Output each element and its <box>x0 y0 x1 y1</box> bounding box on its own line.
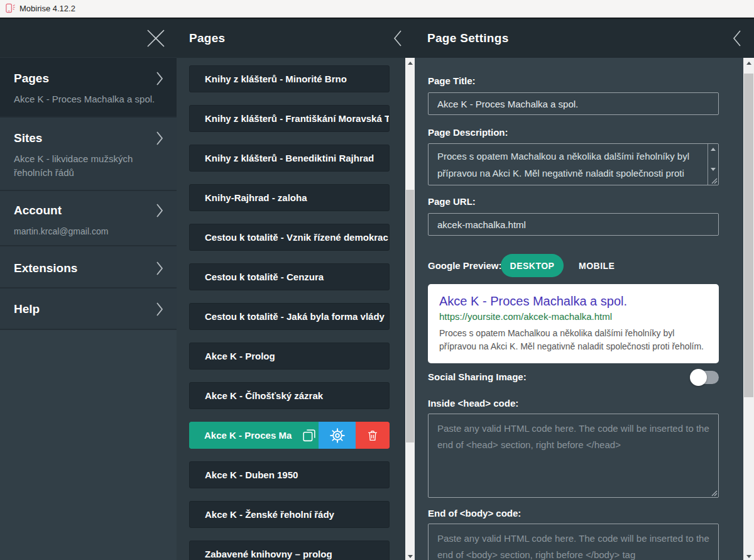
resize-grip-icon[interactable] <box>711 490 718 497</box>
scroll-down-arrow[interactable] <box>743 551 754 560</box>
page-settings-panel: Page Settings Page Title: Page Descripti… <box>415 19 754 560</box>
social-sharing-row: Social Sharing Image: <box>428 370 719 387</box>
collapse-panel-icon[interactable] <box>731 28 743 48</box>
page-list-item[interactable]: Akce K - Ženské řeholní řády <box>189 501 390 528</box>
body-code-field <box>428 524 719 560</box>
sidebar-item-pages[interactable]: Pages Akce K - Proces Machalka a spol. <box>0 58 177 118</box>
scroll-up-arrow[interactable] <box>743 58 754 68</box>
sidebar-account-subtitle: martin.krcal@gmail.com <box>14 224 164 238</box>
scroll-up-arrow[interactable] <box>405 58 415 68</box>
google-preview-card: Akce K - Proces Machalka a spol. https:/… <box>428 284 719 363</box>
page-list-item[interactable]: Akce K - Duben 1950 <box>189 461 390 488</box>
sidebar-pages-subtitle: Akce K - Proces Machalka a spol. <box>14 92 164 106</box>
scrollbar-thumb[interactable] <box>744 74 753 397</box>
page-title-label: Page Title: <box>428 75 476 86</box>
pages-list: Knihy z klášterů - Minorité Brno Knihy z… <box>177 58 405 560</box>
page-url-input[interactable] <box>428 213 719 236</box>
page-url-label: Page URL: <box>428 196 476 207</box>
chevron-right-icon <box>155 130 164 146</box>
body-code-input[interactable] <box>429 524 718 560</box>
desktop-preview-button[interactable]: DESKTOP <box>501 254 564 277</box>
sidebar-pages-label: Pages <box>14 72 49 85</box>
duplicate-page-icon[interactable] <box>302 427 317 443</box>
scroll-down-arrow[interactable] <box>405 551 415 560</box>
selected-page-button[interactable]: Akce K - Proces Ma <box>189 422 319 449</box>
sidebar-item-sites[interactable]: Sites Akce K - likvidace mužských řeholn… <box>0 118 177 191</box>
body-code-label: End of <body> code: <box>428 508 521 519</box>
page-list-item[interactable]: Cestou k totalitě - Jaká byla forma vlád… <box>189 303 390 330</box>
social-sharing-toggle[interactable] <box>690 369 719 386</box>
toggle-knob <box>690 369 707 386</box>
chevron-right-icon <box>155 202 164 219</box>
sidebar-item-help[interactable]: Help <box>0 288 177 330</box>
sidebar-extensions-label: Extensions <box>14 261 77 275</box>
resize-grip-icon[interactable] <box>711 178 718 184</box>
page-list-item-selected: Akce K - Proces Ma <box>189 422 390 449</box>
head-code-field <box>428 414 719 498</box>
settings-panel-header: Page Settings <box>415 19 754 58</box>
page-title-input[interactable] <box>428 92 719 115</box>
sidebar-account-label: Account <box>14 204 62 217</box>
page-list-item[interactable]: Akce K - Číhošťský zázrak <box>189 382 390 409</box>
page-list-item[interactable]: Knihy z klášterů - Benediktini Rajhrad <box>189 145 390 172</box>
page-list-item[interactable]: Cestou k totalitě - Cenzura <box>189 263 390 290</box>
chevron-right-icon <box>155 70 164 87</box>
google-preview-label: Google Preview: <box>428 254 502 277</box>
gear-icon <box>329 427 346 444</box>
preview-result-description: Proces s opatem Machalkou a několika dal… <box>439 327 708 353</box>
head-code-input[interactable] <box>429 414 718 497</box>
preview-result-url: https://yoursite.com/akcek-machalka.html <box>439 311 708 322</box>
mobile-preview-button[interactable]: MOBILE <box>579 254 615 277</box>
settings-body: Page Title: Page Description: Proces s o… <box>415 58 743 560</box>
head-code-label: Inside <head> code: <box>428 398 518 409</box>
page-description-field: Proces s opatem Machalkou a několika dal… <box>428 143 719 185</box>
page-list-item[interactable]: Cestou k totalitě - Vznik řízené demokra… <box>189 224 390 251</box>
chevron-right-icon <box>155 301 164 317</box>
page-settings-button[interactable] <box>319 422 356 449</box>
page-list-item[interactable]: Knihy-Rajhrad - zaloha <box>189 184 390 211</box>
page-list-item[interactable]: Zabavené knihovny – prolog <box>189 541 390 560</box>
settings-panel-title: Page Settings <box>427 31 509 45</box>
mobirise-logo-icon <box>5 3 16 14</box>
pages-scrollbar[interactable] <box>405 58 415 560</box>
page-list-item[interactable]: Knihy z klášterů - Františkání Moravská … <box>189 105 390 132</box>
chevron-right-icon <box>155 260 164 277</box>
window-title: Mobirise 4.12.2 <box>19 4 75 13</box>
scroll-down-arrow[interactable] <box>708 168 718 171</box>
preview-result-title[interactable]: Akce K - Proces Machalka a spol. <box>439 293 708 309</box>
delete-page-button[interactable] <box>356 422 390 449</box>
sidebar: Pages Akce K - Proces Machalka a spol. S… <box>0 19 177 560</box>
sidebar-sites-label: Sites <box>14 131 42 145</box>
sidebar-sites-subtitle: Akce K - likvidace mužských řeholních řá… <box>14 152 164 180</box>
window-titlebar: Mobirise 4.12.2 <box>0 0 754 18</box>
sidebar-help-label: Help <box>14 302 40 316</box>
sidebar-filler <box>0 330 177 560</box>
pages-panel-header: Pages <box>177 19 415 58</box>
close-icon[interactable] <box>144 26 168 50</box>
trash-icon <box>366 429 380 442</box>
page-list-item[interactable]: Akce K - Prolog <box>189 343 390 370</box>
collapse-panel-icon[interactable] <box>392 28 403 48</box>
selected-page-label: Akce K - Proces Ma <box>204 422 292 448</box>
settings-scrollbar[interactable] <box>743 58 754 560</box>
sidebar-item-account[interactable]: Account martin.krcal@gmail.com <box>0 191 177 246</box>
social-sharing-label: Social Sharing Image: <box>428 371 527 382</box>
sidebar-header <box>0 19 177 58</box>
page-description-input[interactable]: Proces s opatem Machalkou a několika dal… <box>429 144 718 185</box>
sidebar-item-extensions[interactable]: Extensions <box>0 246 177 288</box>
google-preview-row: Google Preview: DESKTOP MOBILE <box>428 254 719 277</box>
scrollbar-thumb[interactable] <box>406 190 414 442</box>
pages-panel: Pages Knihy z klášterů - Minorité Brno K… <box>177 19 415 560</box>
pages-panel-title: Pages <box>189 31 225 45</box>
page-list-item[interactable]: Knihy z klášterů - Minorité Brno <box>189 65 390 92</box>
page-description-label: Page Description: <box>428 127 508 138</box>
scroll-up-arrow[interactable] <box>708 148 718 151</box>
app-frame: Pages Akce K - Proces Machalka a spol. S… <box>0 18 754 560</box>
